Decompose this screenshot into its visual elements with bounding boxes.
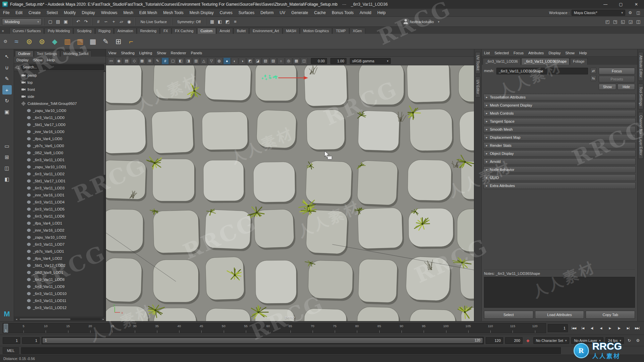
minimize-button[interactable]: —	[598, 0, 613, 9]
wireframe-icon[interactable]: ◍	[216, 58, 223, 64]
colorspace-dropdown[interactable]: sRGB gamma▾	[350, 58, 391, 64]
menu-windows[interactable]: Windows	[98, 9, 120, 16]
viewport-canvas[interactable]: xy persp	[106, 65, 474, 321]
menu-deform[interactable]: Deform	[257, 9, 276, 16]
safe-action-icon[interactable]: △	[200, 58, 207, 64]
step-forward-key-button[interactable]: |▶	[615, 324, 623, 332]
plane-toggle-icon[interactable]: ▩	[293, 58, 300, 64]
move-tool[interactable]: +	[2, 85, 12, 95]
diamond-shelf-icon[interactable]: ◆	[49, 36, 60, 47]
ae-tab-6rr3-var11-lod36shape[interactable]: _6rr3_Var11_LOD36Shape	[521, 58, 570, 65]
ssao-icon[interactable]: ◪	[254, 58, 261, 64]
outliner-item-ifpa-var4-lod1[interactable]: _ifpa_Var4_LOD1	[14, 220, 106, 227]
section-mesh-controls[interactable]: ▸Mesh Controls	[483, 110, 636, 117]
shelf-tab-environment-art[interactable]: Environment_Art	[249, 28, 282, 34]
viewport-menu-lighting[interactable]: Lighting	[137, 49, 155, 56]
outliner-item-zapu-var10-lod0[interactable]: _zapu_Var10_LOD0	[14, 107, 106, 114]
gamma-field[interactable]: 1.00	[330, 58, 346, 64]
section-arnold[interactable]: ▸Arnold	[483, 158, 636, 165]
lasso-select-tool[interactable]: ∪	[2, 63, 12, 72]
outliner-menu-display[interactable]: Display	[14, 57, 31, 63]
outliner-item-innr-var16-lod0[interactable]: _innr_Var16_LOD0	[14, 128, 106, 135]
snap-to-plane-icon[interactable]: ▱	[118, 18, 125, 25]
menu-uv[interactable]: UV	[277, 9, 288, 16]
outliner-item-cobblestone-tom-group9507[interactable]: Cobblestone_ToM:Group9507	[14, 100, 106, 107]
field-chart-icon[interactable]: ▥	[193, 58, 200, 64]
outliner-menu-show[interactable]: Show	[31, 57, 45, 63]
outliner-item-0l52-var8-lod1[interactable]: _0l52_Var8_LOD1	[14, 269, 106, 276]
shelf-tab-custom[interactable]: Custom	[197, 28, 216, 34]
viewport-menu-view[interactable]: View	[106, 49, 119, 56]
outliner-item-yb7s-var6-lod0[interactable]: _yb7s_Var6_LOD0	[14, 142, 106, 149]
barrel-2-shelf-icon[interactable]: ▥	[74, 36, 86, 47]
section-node-behavior[interactable]: ▸Node Behavior	[483, 166, 636, 173]
ipr-render-icon[interactable]: ◩	[224, 18, 231, 25]
symmetry-indicator[interactable]: Symmetry: Off	[174, 20, 203, 24]
scroll-right-icon[interactable]: ▸	[101, 318, 106, 321]
toggle-attribute-editor-icon[interactable]: ◳	[611, 18, 619, 25]
save-scene-icon[interactable]: ▣	[62, 18, 69, 25]
panel-tab-channel-box-layer-editor[interactable]: Channel Box / Layer Editor	[638, 112, 643, 159]
section-tessellation-attributes[interactable]: ▸Tessellation Attributes	[483, 94, 636, 101]
menu-mesh-tools[interactable]: Mesh Tools	[160, 9, 186, 16]
exposure-field[interactable]: 0.00	[311, 58, 327, 64]
outliner-item-top[interactable]: top	[14, 79, 106, 86]
shelf-tab-curves-surfaces[interactable]: Curves / Surfaces	[9, 28, 44, 34]
select-camera-icon[interactable]: ▭	[108, 58, 115, 64]
lock-camera-icon[interactable]: ◉	[115, 58, 122, 64]
barrel-shelf-icon[interactable]: ▥	[62, 36, 73, 47]
step-back-frame-button[interactable]: |◀	[579, 324, 587, 332]
playback-sync-icon[interactable]: ↻	[626, 337, 633, 344]
animation-end-field[interactable]: 200	[505, 337, 523, 344]
outliner-horizontal-scrollbar[interactable]: ◂ ▸	[14, 317, 106, 321]
viewport-menu-show[interactable]: Show	[155, 49, 169, 56]
toggle-outliner-icon[interactable]: ◫	[635, 18, 642, 25]
section-mesh-component-display[interactable]: ▸Mesh Component Display	[483, 102, 636, 109]
tab-modeling-toolkit[interactable]: Modeling Toolkit	[60, 51, 92, 57]
toggle-tool-settings-icon[interactable]: ◱	[619, 18, 627, 25]
outliner-item-zapu-var10-lod1[interactable]: _zapu_Var10_LOD1	[14, 163, 106, 170]
outliner-item-6rr3-var11-lod2[interactable]: _6rr3_Var11_LOD2	[14, 170, 106, 177]
live-surface-indicator[interactable]: No Live Surface	[138, 20, 169, 24]
menu-mesh-display[interactable]: Mesh Display	[186, 9, 217, 16]
motion-blur-icon[interactable]: ▧	[262, 58, 269, 64]
button-select[interactable]: Select	[484, 311, 533, 319]
workspace-settings-icon[interactable]: ⚙	[627, 10, 633, 16]
film-gate-icon[interactable]: ▢	[169, 58, 176, 64]
snap-to-curve-icon[interactable]: ∽	[102, 18, 110, 25]
menu-bonus-tools[interactable]: Bonus Tools	[329, 9, 357, 16]
menu-cache[interactable]: Cache	[311, 9, 329, 16]
ae-menu-selected[interactable]: Selected	[492, 49, 511, 56]
shelf-tab-fx-caching[interactable]: FX Caching	[172, 28, 197, 34]
panel-tab-uv-toolkit[interactable]: UV Toolkit	[475, 52, 480, 74]
presets-button[interactable]: Presets	[599, 76, 635, 82]
menu-select[interactable]: Select	[44, 9, 61, 16]
curve-tool-shelf-icon[interactable]: ≈	[11, 36, 22, 47]
ae-menu-help[interactable]: Help	[577, 49, 589, 56]
go-to-end-button[interactable]: ▶▶|	[633, 324, 641, 332]
redo-icon[interactable]: ↷	[82, 18, 90, 25]
shelf-menu-icon[interactable]: ≡	[2, 29, 4, 33]
paint-select-tool[interactable]: ✎	[2, 74, 12, 83]
current-time-marker[interactable]: 1	[4, 324, 8, 333]
layout-single-pane[interactable]: ▭	[2, 141, 12, 151]
shelf-tab-rigging[interactable]: Rigging	[95, 28, 114, 34]
time-slider-track[interactable]: 1 51015202530354045505560657075808590951…	[3, 323, 546, 333]
menu-file[interactable]: File	[0, 9, 12, 16]
menu-curves[interactable]: Curves	[217, 9, 235, 16]
ae-tab-foliage[interactable]: Foliage	[570, 58, 587, 65]
disc-stack-2-shelf-icon[interactable]: ⊜	[36, 36, 48, 47]
current-frame-field[interactable]: 1	[548, 324, 568, 332]
range-slider-track[interactable]: 1 120	[42, 337, 484, 344]
ae-menu-focus[interactable]: Focus	[511, 49, 526, 56]
safe-title-icon[interactable]: ▽	[208, 58, 215, 64]
scroll-left-icon[interactable]: ◂	[14, 318, 19, 321]
undo-icon[interactable]: ↶	[74, 18, 82, 25]
connection-right-icon[interactable]: ⇆	[590, 75, 596, 81]
close-button[interactable]: ✕	[629, 0, 644, 9]
ae-menu-list[interactable]: List	[482, 49, 492, 56]
character-set-dropdown[interactable]: No Character Set▾	[533, 337, 570, 344]
scale-tool[interactable]: ▣	[2, 107, 12, 117]
hide-button[interactable]: Hide	[618, 84, 635, 90]
outliner-item-5bt1-var17-lod2[interactable]: _5bt1_Var17_LOD2	[14, 262, 106, 269]
